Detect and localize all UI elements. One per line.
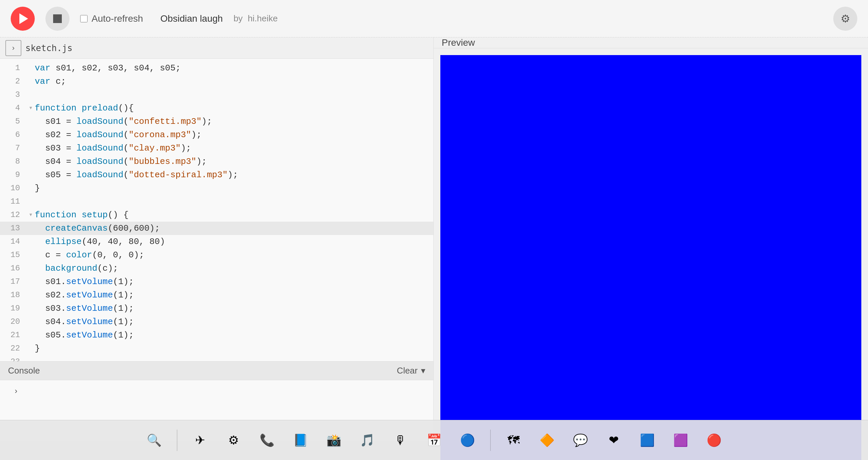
code-line-8: 8 s04 = loadSound("bubbles.mp3"); <box>0 155 433 168</box>
dock-item-facetime[interactable]: 📞 <box>254 427 280 454</box>
code-line-4: 4▾function preload(){ <box>0 101 433 115</box>
dock-item-music[interactable]: 🎵 <box>354 427 380 454</box>
dock-item-app5[interactable]: 🔴 <box>701 427 727 454</box>
dock-separator <box>177 430 178 451</box>
code-content: s01.setVolume(1); <box>35 275 433 288</box>
line-number: 14 <box>0 235 27 249</box>
auto-refresh-checkbox[interactable] <box>80 15 88 22</box>
file-tab[interactable]: sketch.js <box>25 43 72 53</box>
code-line-6: 6 s02 = loadSound("corona.mp3"); <box>0 128 433 141</box>
line-number: 21 <box>0 328 27 342</box>
dock-item-finder[interactable]: 🔍 <box>141 427 167 454</box>
code-line-18: 18 s02.setVolume(1); <box>0 288 433 302</box>
code-line-21: 21 s05.setVolume(1); <box>0 328 433 342</box>
code-line-15: 15 c = color(0, 0, 0); <box>0 249 433 262</box>
code-line-3: 3 <box>0 88 433 101</box>
dock-item-messages[interactable]: 💬 <box>567 427 594 454</box>
play-button[interactable] <box>11 7 35 31</box>
auto-refresh-label: Auto-refresh <box>80 13 143 24</box>
code-content: s04 = loadSound("bubbles.mp3"); <box>35 155 433 168</box>
preview-panel: Preview <box>434 37 868 441</box>
code-content: s02.setVolume(1); <box>35 288 433 302</box>
dock: 🔍✈⚙📞📘📸🎵🎙📅🔵🗺🔶💬❤🟦🟪🔴 <box>0 420 868 460</box>
sketch-name: Obsidian laugh <box>160 13 223 24</box>
code-content: s01 = loadSound("confetti.mp3"); <box>35 115 433 128</box>
line-number: 5 <box>0 115 27 128</box>
toolbar: Auto-refresh Obsidian laugh by hi.heike … <box>0 0 868 37</box>
code-content: } <box>35 182 433 195</box>
code-editor[interactable]: 1var s01, s02, s03, s04, s05;2var c;34▾f… <box>0 59 433 361</box>
dock-item-app3[interactable]: 🔶 <box>533 427 560 454</box>
settings-button[interactable]: ⚙ <box>833 7 857 31</box>
code-content: s05 = loadSound("dotted-spiral.mp3"); <box>35 168 433 182</box>
auto-refresh-text: Auto-refresh <box>92 13 143 24</box>
console-expand-icon[interactable]: › <box>8 383 24 399</box>
expand-arrow-icon[interactable]: › <box>5 40 21 56</box>
dock-item-podcasts[interactable]: 🎙 <box>387 427 414 454</box>
line-number: 6 <box>0 128 27 141</box>
dock-item-safari[interactable]: ✈ <box>187 427 214 454</box>
code-line-7: 7 s03 = loadSound("clay.mp3"); <box>0 141 433 155</box>
main-content: › sketch.js 1var s01, s02, s03, s04, s05… <box>0 37 868 441</box>
code-line-20: 20 s04.setVolume(1); <box>0 315 433 328</box>
dock-item-app2[interactable]: 🗺 <box>500 427 527 454</box>
dock-item-photoshop[interactable]: 🟦 <box>634 427 660 454</box>
dock-item-photos[interactable]: 📸 <box>320 427 347 454</box>
line-number: 13 <box>0 222 27 235</box>
editor-panel: › sketch.js 1var s01, s02, s03, s04, s05… <box>0 37 434 441</box>
code-content: function preload(){ <box>35 101 433 115</box>
console-header: Console Clear ▾ <box>0 362 433 380</box>
code-content: var s01, s02, s03, s04, s05; <box>35 61 433 75</box>
fold-gutter[interactable]: ▾ <box>27 101 35 115</box>
code-line-11: 11 <box>0 195 433 208</box>
code-content: } <box>35 342 433 355</box>
preview-header: Preview <box>434 37 868 48</box>
preview-canvas <box>440 55 861 460</box>
line-number: 3 <box>0 88 27 101</box>
line-number: 4 <box>0 101 27 115</box>
line-number: 15 <box>0 249 27 262</box>
line-number: 23 <box>0 355 27 361</box>
dock-item-maps[interactable]: 📘 <box>287 427 314 454</box>
code-content: ellipse(40, 40, 80, 80) <box>35 235 433 249</box>
code-line-1: 1var s01, s02, s03, s04, s05; <box>0 61 433 75</box>
line-number: 22 <box>0 342 27 355</box>
dock-separator <box>490 430 491 451</box>
code-line-23: 23 <box>0 355 433 361</box>
code-line-5: 5 s01 = loadSound("confetti.mp3"); <box>0 115 433 128</box>
line-number: 8 <box>0 155 27 168</box>
code-content: c = color(0, 0, 0); <box>35 249 433 262</box>
dock-item-app1[interactable]: 🔵 <box>454 427 481 454</box>
dock-item-acrobat[interactable]: 🟪 <box>667 427 694 454</box>
code-content: s05.setVolume(1); <box>35 328 433 342</box>
line-number: 16 <box>0 262 27 275</box>
dock-item-mail[interactable]: ⚙ <box>220 427 247 454</box>
line-number: 11 <box>0 195 27 208</box>
code-content: s03.setVolume(1); <box>35 302 433 315</box>
code-content: background(c); <box>35 262 433 275</box>
code-line-12: 12▾function setup() { <box>0 208 433 222</box>
line-number: 17 <box>0 275 27 288</box>
code-content: s02 = loadSound("corona.mp3"); <box>35 128 433 141</box>
line-number: 18 <box>0 288 27 302</box>
dock-item-app4[interactable]: ❤ <box>600 427 627 454</box>
line-number: 20 <box>0 315 27 328</box>
code-line-14: 14 ellipse(40, 40, 80, 80) <box>0 235 433 249</box>
line-number: 2 <box>0 75 27 88</box>
console-clear-button[interactable]: Clear ▾ <box>397 365 425 376</box>
fold-gutter[interactable]: ▾ <box>27 208 35 222</box>
dock-item-calendar[interactable]: 📅 <box>421 427 447 454</box>
code-line-22: 22} <box>0 342 433 355</box>
line-number: 12 <box>0 208 27 222</box>
line-number: 19 <box>0 302 27 315</box>
file-tab-bar: › sketch.js <box>0 37 433 59</box>
code-line-16: 16 background(c); <box>0 262 433 275</box>
line-number: 9 <box>0 168 27 182</box>
preview-body <box>434 48 868 460</box>
code-line-9: 9 s05 = loadSound("dotted-spiral.mp3"); <box>0 168 433 182</box>
author-label: by hi.heike <box>234 13 278 24</box>
code-line-13: 13 createCanvas(600,600); <box>0 222 433 235</box>
line-number: 7 <box>0 141 27 155</box>
stop-button[interactable] <box>45 7 69 31</box>
code-content: createCanvas(600,600); <box>35 222 433 235</box>
